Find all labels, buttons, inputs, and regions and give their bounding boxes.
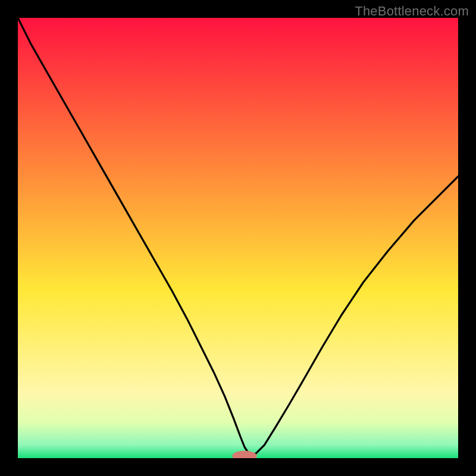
chart-svg <box>18 18 458 458</box>
chart-frame: TheBottleneck.com <box>0 0 476 476</box>
watermark-text: TheBottleneck.com <box>355 4 469 19</box>
gradient-background <box>18 18 458 458</box>
plot-area <box>18 18 458 458</box>
